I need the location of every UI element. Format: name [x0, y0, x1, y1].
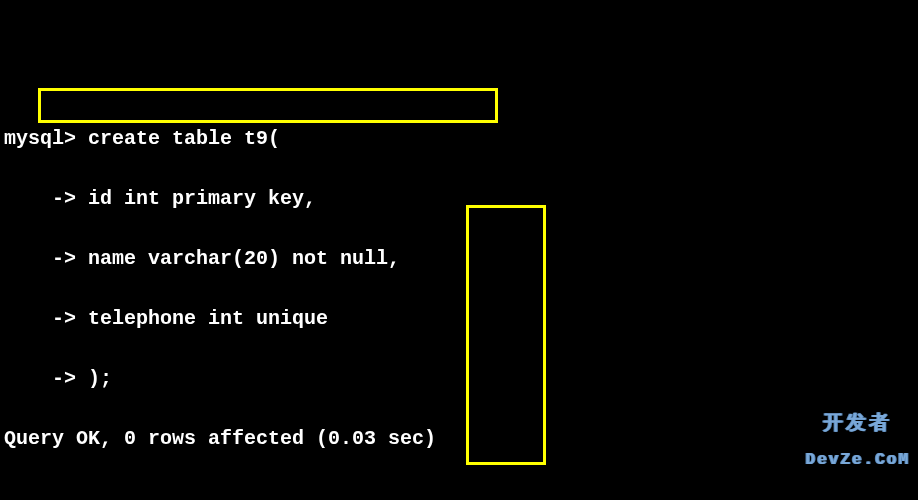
- highlight-box-unique-constraint: [38, 88, 498, 123]
- watermark-line2: DevZe.CoM: [806, 452, 910, 468]
- watermark-line1: 开发者: [823, 411, 892, 433]
- watermark: 开发者 DevZe.CoM: [806, 392, 910, 488]
- sql-create-line-3: -> telephone int unique: [4, 304, 914, 334]
- blank-line: [4, 484, 914, 500]
- cont-prompt: ->: [4, 367, 76, 390]
- cont-prompt: ->: [4, 187, 76, 210]
- cont-prompt: ->: [4, 247, 76, 270]
- mysql-prompt: mysql>: [4, 127, 76, 150]
- sql-create-line-2: -> name varchar(20) not null,: [4, 244, 914, 274]
- sql-create-line-1: -> id int primary key,: [4, 184, 914, 214]
- sql-create-line-0: mysql> create table t9(: [4, 124, 914, 154]
- cont-prompt: ->: [4, 307, 76, 330]
- query-ok-result: Query OK, 0 rows affected (0.03 sec): [4, 424, 914, 454]
- sql-create-line-4: -> );: [4, 364, 914, 394]
